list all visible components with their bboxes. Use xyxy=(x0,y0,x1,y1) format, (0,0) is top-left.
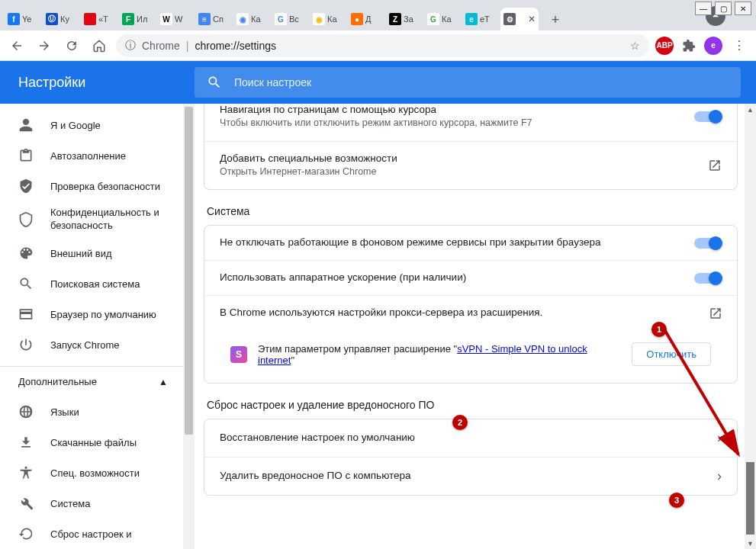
sidebar-item-search[interactable]: Поисковая система xyxy=(0,268,183,299)
extensions-menu-icon[interactable] xyxy=(680,37,698,55)
home-button[interactable] xyxy=(88,35,110,56)
sidebar-scrollbar[interactable] xyxy=(183,104,195,549)
scroll-down-arrow[interactable]: ▼ xyxy=(745,538,756,549)
tab-title: Ye xyxy=(22,14,38,24)
browser-tab[interactable]: fYe xyxy=(5,8,41,30)
tab-close-icon[interactable]: ✕ xyxy=(528,14,536,24)
cleanup-computer-row[interactable]: Удалить вредоносное ПО с компьютера › xyxy=(204,457,737,495)
caret-title: Навигация по страницам с помощью курсора xyxy=(220,104,682,115)
browser-tab[interactable]: ZЗа xyxy=(386,8,423,30)
sidebar-item-shield[interactable]: Конфиденциальность и безопасность xyxy=(0,201,183,238)
shield-icon xyxy=(18,212,34,227)
disable-extension-button[interactable]: Отключить xyxy=(632,342,711,366)
browser-tab[interactable]: «Т xyxy=(81,8,117,30)
add-a11y-title: Добавить специальные возможности xyxy=(220,152,696,164)
add-a11y-subtitle: Открыть Интернет-магазин Chrome xyxy=(220,165,696,179)
sidebar-item-globe[interactable]: Языки xyxy=(0,396,183,427)
restore-icon xyxy=(18,526,34,541)
sidebar-item-clipboard[interactable]: Автозаполнение xyxy=(0,140,183,171)
sidebar-scroll-thumb[interactable] xyxy=(185,107,193,435)
browser-tab[interactable]: GВс xyxy=(272,8,308,30)
extension-abp-icon[interactable]: ABP xyxy=(655,37,674,55)
sidebar-item-power[interactable]: Запуск Chrome xyxy=(0,329,183,360)
favicon: G xyxy=(427,13,439,25)
browser-tab[interactable]: FИл xyxy=(119,8,156,30)
hardware-accel-toggle[interactable] xyxy=(694,273,722,284)
system-card: Не отключать работающие в фоновом режиме… xyxy=(204,225,738,384)
browser-tab[interactable]: ●Д xyxy=(348,8,384,30)
browser-tab[interactable]: eeT xyxy=(462,8,499,30)
restore-title: Восстановление настроек по умолчанию xyxy=(220,432,705,443)
annotation-3: 3 xyxy=(669,493,684,508)
browser-tab[interactable]: ◉Ка xyxy=(233,8,270,30)
caret-browsing-toggle[interactable] xyxy=(694,111,722,122)
maximize-button[interactable]: ▢ xyxy=(715,2,732,15)
sidebar-item-browser[interactable]: Браузер по умолчанию xyxy=(0,299,183,329)
sidebar-item-label: Проверка безопасности xyxy=(50,181,160,192)
wrench-icon xyxy=(18,496,34,511)
power-icon xyxy=(18,337,34,352)
chevron-up-icon: ▲ xyxy=(159,377,168,387)
settings-content: Навигация по страницам с помощью курсора… xyxy=(195,104,756,549)
favicon: ◉ xyxy=(236,13,249,25)
sidebar-item-label: Поисковая система xyxy=(50,278,140,290)
sidebar-item-accessibility[interactable]: Спец. возможности xyxy=(0,458,183,488)
sidebar-item-palette[interactable]: Внешний вид xyxy=(0,238,183,268)
palette-icon xyxy=(18,246,34,261)
browser-tab[interactable]: ≡Сп xyxy=(195,8,232,30)
sidebar-item-restore[interactable]: Сброс настроек и xyxy=(0,518,183,549)
sidebar-item-download[interactable]: Скачанные файлы xyxy=(0,427,183,458)
settings-search-input[interactable] xyxy=(234,76,729,88)
browser-icon xyxy=(18,307,34,322)
sidebar-item-wrench[interactable]: Система xyxy=(0,488,183,518)
back-button[interactable] xyxy=(6,35,27,56)
sidebar-advanced-toggle[interactable]: Дополнительные▲ xyxy=(0,366,183,396)
advanced-label: Дополнительные xyxy=(18,376,97,387)
favicon: f xyxy=(8,13,20,25)
browser-tab[interactable]: GКа xyxy=(424,8,461,30)
address-bar[interactable]: ⓘ Chrome | chrome://settings ☆ xyxy=(116,34,649,57)
favicon xyxy=(84,13,96,25)
add-accessibility-row[interactable]: Добавить специальные возможности Открыть… xyxy=(204,141,737,190)
tab-title: Ку xyxy=(60,14,76,24)
chevron-right-icon: › xyxy=(717,468,722,484)
tab-title: За xyxy=(404,14,420,24)
scroll-up-arrow[interactable]: ▲ xyxy=(745,104,756,115)
browser-tab[interactable]: WW xyxy=(157,8,194,30)
browser-tab[interactable]: ⓊКу xyxy=(43,8,79,30)
content-scrollbar[interactable]: ▲ ▼ xyxy=(745,104,756,549)
reload-button[interactable] xyxy=(61,35,82,56)
minimize-button[interactable]: — xyxy=(695,2,712,15)
new-tab-button[interactable]: + xyxy=(545,9,566,30)
system-heading: Система xyxy=(207,205,738,217)
background-apps-toggle[interactable] xyxy=(694,238,722,249)
accessibility-icon xyxy=(18,465,34,480)
favicon: ● xyxy=(351,13,363,25)
tab-title: Ка xyxy=(327,14,343,24)
browser-menu-icon[interactable]: ⋮ xyxy=(729,38,750,53)
close-window-button[interactable]: ✕ xyxy=(735,2,751,15)
content-scroll-thumb[interactable] xyxy=(746,462,754,535)
restore-defaults-row[interactable]: Восстановление настроек по умолчанию › xyxy=(204,419,737,457)
browser-toolbar: ⓘ Chrome | chrome://settings ☆ ABP е ⋮ xyxy=(0,30,756,61)
sidebar-item-label: Система xyxy=(50,498,90,509)
site-info-icon[interactable]: ⓘ xyxy=(125,39,136,53)
shield-check-icon xyxy=(18,178,34,194)
forward-button[interactable] xyxy=(34,35,55,56)
download-icon xyxy=(18,435,34,450)
sidebar-item-person[interactable]: Я и Google xyxy=(0,110,183,140)
browser-tab[interactable]: ◉Ка xyxy=(310,8,346,30)
url-chip: Chrome xyxy=(142,40,180,52)
profile-avatar[interactable]: е xyxy=(704,37,722,55)
sidebar-item-label: Внешний вид xyxy=(50,248,112,259)
bookmark-star-icon[interactable]: ☆ xyxy=(630,40,640,52)
browser-tab-active[interactable]: ⚙✕ xyxy=(500,8,539,30)
favicon: Z xyxy=(389,13,401,25)
settings-search-box[interactable] xyxy=(195,67,741,98)
svpn-extension-icon: S xyxy=(230,346,247,363)
hw-accel-title: Использовать аппаратное ускорение (при н… xyxy=(220,271,682,283)
settings-header: Настройки xyxy=(0,61,756,104)
sidebar-item-shield-check[interactable]: Проверка безопасности xyxy=(0,171,183,201)
favicon: ⚙ xyxy=(503,13,516,25)
search-icon xyxy=(207,75,222,90)
